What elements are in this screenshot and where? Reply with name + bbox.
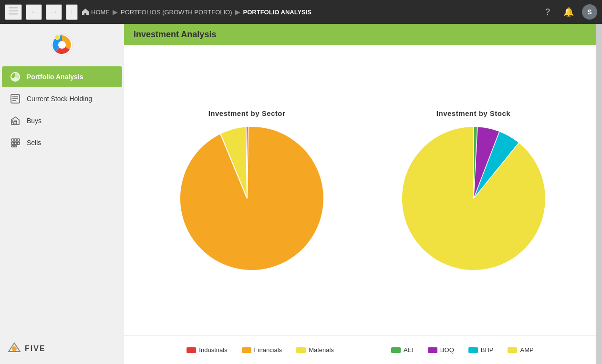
legend-aei-label: AEI <box>404 346 414 354</box>
hamburger-menu-button[interactable] <box>5 4 22 20</box>
sector-financials-slice <box>180 126 323 270</box>
legend-amp-swatch <box>508 347 517 353</box>
help-button[interactable]: ? <box>540 4 555 20</box>
sidebar: Portfolio Analysis Current Stock Holding <box>0 24 124 364</box>
svg-rect-15 <box>14 142 17 145</box>
back-button[interactable]: ← <box>26 4 42 20</box>
svg-rect-16 <box>17 142 20 145</box>
legend-materials-label: Materials <box>309 346 334 354</box>
breadcrumb-analysis[interactable]: PORTFOLIO ANALYSIS <box>243 9 312 16</box>
sidebar-item-sells[interactable]: Sells <box>2 132 122 153</box>
legend-amp: AMP <box>508 346 533 354</box>
legend-bhp-swatch <box>468 347 478 353</box>
legend-industrials-swatch <box>187 347 196 353</box>
chart-sector-wrapper: Investment by Sector <box>134 109 360 277</box>
app-logo-icon <box>51 33 73 56</box>
legend-industrials: Industrials <box>187 346 227 354</box>
content-area: Investment Analysis Investment by Sector <box>124 24 596 364</box>
legend-materials: Materials <box>296 346 334 354</box>
sidebar-item-buys[interactable]: Buys <box>2 110 122 131</box>
content-header: Investment Analysis <box>124 24 596 45</box>
sidebar-item-label-buys: Buys <box>27 117 42 125</box>
svg-rect-17 <box>11 146 14 147</box>
svg-rect-18 <box>14 146 17 147</box>
svg-rect-13 <box>17 139 20 141</box>
svg-rect-1 <box>9 10 18 11</box>
breadcrumb-sep-2: ▶ <box>235 8 240 16</box>
chart-stock-pie <box>397 122 550 277</box>
legend-financials-swatch <box>242 347 251 353</box>
up-button[interactable]: ↑ <box>66 4 78 20</box>
svg-rect-14 <box>11 142 14 145</box>
logo-area <box>0 28 124 62</box>
forward-button[interactable]: → <box>46 4 62 20</box>
chart-stock-title: Investment by Stock <box>436 109 510 117</box>
legend-boq: BOQ <box>428 346 454 354</box>
legend-boq-swatch <box>428 347 437 353</box>
sidebar-item-portfolio-analysis[interactable]: Portfolio Analysis <box>2 66 122 87</box>
svg-point-5 <box>55 35 60 40</box>
legend-aei: AEI <box>391 346 414 354</box>
sidebar-item-label-current-stock-holding: Current Stock Holding <box>27 95 92 103</box>
svg-rect-12 <box>14 139 17 141</box>
content-title: Investment Analysis <box>134 30 216 39</box>
sidebar-item-label-sells: Sells <box>27 139 41 146</box>
breadcrumb-home[interactable]: HOME <box>82 8 110 16</box>
legend-materials-swatch <box>296 347 306 353</box>
svg-rect-11 <box>11 139 14 141</box>
buys-icon <box>10 115 21 126</box>
legend-aei-swatch <box>391 347 401 353</box>
breadcrumb-sep-1: ▶ <box>113 8 118 16</box>
current-stock-holding-icon <box>10 93 21 104</box>
svg-rect-2 <box>9 13 18 15</box>
footer-logo-icon <box>8 342 21 355</box>
footer-logo: FIVE <box>0 338 124 359</box>
legend-amp-label: AMP <box>520 346 533 354</box>
legend-financials-label: Financials <box>254 346 282 354</box>
main-layout: Portfolio Analysis Current Stock Holding <box>0 24 602 364</box>
charts-container: Investment by Sector <box>124 45 596 364</box>
chart-sector-pie <box>171 122 323 277</box>
legend-bhp: BHP <box>468 346 494 354</box>
charts-row: Investment by Sector <box>124 50 596 335</box>
legend-bar: Industrials Financials Materials AEI <box>124 335 596 364</box>
sidebar-item-current-stock-holding[interactable]: Current Stock Holding <box>2 88 122 109</box>
portfolio-analysis-icon <box>10 71 21 83</box>
chart-sector-title: Investment by Sector <box>208 109 286 117</box>
legend-boq-label: BOQ <box>440 346 454 354</box>
svg-point-4 <box>58 41 66 49</box>
legend-bhp-label: BHP <box>481 346 494 354</box>
user-avatar[interactable]: S <box>582 4 597 20</box>
svg-rect-0 <box>9 7 18 9</box>
breadcrumb-portfolios[interactable]: PORTFOLIOS (GROWTH PORTFOLIO) <box>121 9 232 16</box>
scrollbar-track[interactable] <box>596 24 602 364</box>
breadcrumb: HOME ▶ PORTFOLIOS (GROWTH PORTFOLIO) ▶ P… <box>82 8 536 16</box>
sidebar-item-label-portfolio-analysis: Portfolio Analysis <box>27 73 83 81</box>
topbar: ← → ↑ HOME ▶ PORTFOLIOS (GROWTH PORTFOLI… <box>0 0 602 24</box>
footer-brand-name: FIVE <box>25 344 46 353</box>
chart-stock-wrapper: Investment by Stock <box>360 109 587 277</box>
notifications-button[interactable]: 🔔 <box>561 4 576 20</box>
legend-financials: Financials <box>242 346 282 354</box>
legend-industrials-label: Industrials <box>199 346 227 354</box>
svg-point-20 <box>12 346 17 351</box>
topbar-actions: ? 🔔 S <box>540 4 597 20</box>
sells-icon <box>10 137 21 148</box>
